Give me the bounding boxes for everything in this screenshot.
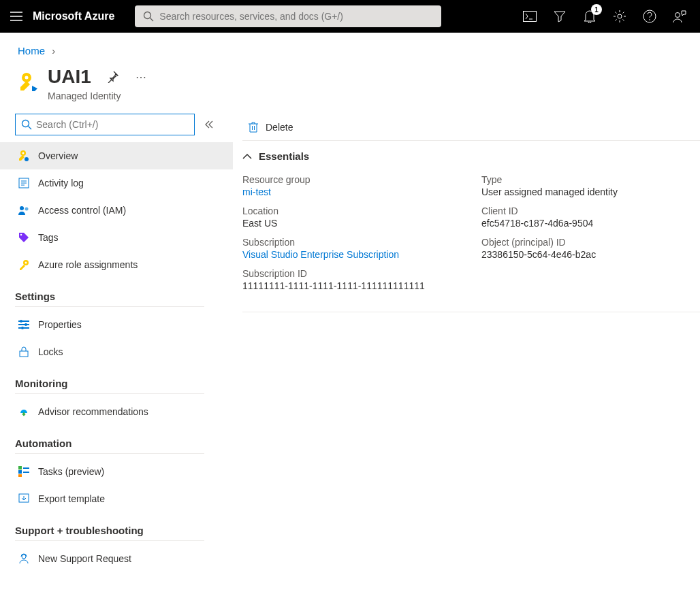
- ess-label-clientid: Client ID: [481, 205, 700, 216]
- global-search-input[interactable]: [159, 11, 433, 22]
- tasks-icon: [18, 465, 30, 478]
- svg-point-21: [21, 327, 24, 329]
- svg-point-14: [20, 206, 24, 210]
- brand-label: Microsoft Azure: [33, 10, 135, 22]
- ess-value-rg[interactable]: mi-test: [242, 186, 461, 197]
- key-icon: [18, 150, 30, 162]
- svg-point-18: [25, 262, 27, 264]
- svg-point-7: [25, 76, 29, 80]
- chevron-right-icon: ›: [52, 45, 55, 56]
- settings-button[interactable]: [611, 8, 628, 24]
- ess-value-clientid: efc54718-c187-4d6a-9504: [481, 218, 700, 229]
- sidebar-item-export-template[interactable]: Export template: [15, 485, 229, 512]
- sidebar-item-overview[interactable]: Overview: [0, 142, 233, 169]
- sidebar-item-label: Azure role assignments: [38, 259, 138, 270]
- sidebar-item-properties[interactable]: Properties: [15, 311, 229, 338]
- ess-label-subid: Subscription ID: [242, 268, 461, 279]
- svg-rect-1: [524, 12, 537, 22]
- svg-point-19: [20, 320, 22, 323]
- svg-point-20: [25, 323, 27, 326]
- sidebar-item-label: Tasks (preview): [38, 466, 104, 477]
- feedback-button[interactable]: [671, 8, 688, 24]
- sidebar-item-label: Properties: [38, 319, 82, 330]
- cloud-shell-button[interactable]: [522, 8, 538, 24]
- more-button[interactable]: ⋯: [136, 71, 146, 84]
- global-search[interactable]: [135, 5, 441, 27]
- sidebar-search-input[interactable]: [36, 119, 189, 130]
- sidebar-section-monitoring: Monitoring: [15, 378, 204, 394]
- sidebar-item-role-assignments[interactable]: Azure role assignments: [15, 251, 229, 278]
- svg-point-9: [22, 120, 29, 127]
- notifications-button[interactable]: 1: [582, 8, 598, 24]
- sidebar-section-automation: Automation: [15, 438, 204, 454]
- key-yellow-icon: [18, 259, 30, 271]
- lock-icon: [18, 346, 30, 358]
- essentials-heading: Essentials: [259, 150, 309, 162]
- notification-badge: 1: [591, 4, 602, 15]
- properties-icon: [18, 318, 30, 331]
- collapse-sidebar-button[interactable]: [204, 120, 214, 129]
- gear-icon: [613, 10, 626, 23]
- svg-rect-23: [18, 466, 22, 470]
- svg-point-15: [25, 208, 29, 211]
- person-feedback-icon: [673, 10, 686, 23]
- sidebar-item-activity-log[interactable]: Activity log: [15, 169, 229, 197]
- support-person-icon: [18, 553, 30, 565]
- pin-icon: [106, 71, 118, 83]
- svg-rect-22: [20, 351, 28, 357]
- page-title: UAI1: [48, 66, 91, 88]
- sidebar-section-support: Support + troubleshooting: [15, 525, 204, 541]
- svg-point-5: [675, 13, 680, 18]
- sidebar-search[interactable]: [15, 114, 195, 135]
- menu-button[interactable]: [0, 12, 33, 21]
- sidebar-item-locks[interactable]: Locks: [15, 338, 229, 365]
- breadcrumb-home[interactable]: Home: [18, 45, 45, 56]
- svg-point-4: [649, 19, 650, 20]
- pin-button[interactable]: [106, 71, 118, 83]
- svg-point-11: [22, 152, 25, 154]
- sidebar-item-label: Access control (IAM): [38, 205, 126, 216]
- svg-point-2: [618, 14, 622, 18]
- sidebar-item-support-request[interactable]: New Support Request: [15, 545, 229, 572]
- ess-label-rg: Resource group: [242, 174, 461, 185]
- ess-value-subscription[interactable]: Visual Studio Enterprise Subscription: [242, 249, 461, 260]
- sidebar-item-label: Export template: [38, 493, 105, 504]
- ess-value-objectid: 23386150-5c64-4e46-b2ac: [481, 249, 700, 260]
- svg-rect-27: [18, 474, 22, 477]
- sidebar-item-advisor[interactable]: Advisor recommendations: [15, 398, 229, 425]
- cloud-shell-icon: [523, 11, 537, 22]
- hamburger-icon: [10, 12, 22, 21]
- sidebar-item-label: New Support Request: [38, 553, 131, 564]
- delete-button[interactable]: Delete: [242, 121, 298, 133]
- svg-point-29: [22, 555, 26, 559]
- svg-rect-24: [23, 467, 29, 469]
- page-subtitle: Managed Identity: [48, 91, 146, 101]
- sidebar-item-iam[interactable]: Access control (IAM): [15, 197, 229, 224]
- help-icon: [643, 10, 656, 23]
- tag-icon: [18, 231, 30, 244]
- sidebar-item-tasks[interactable]: Tasks (preview): [15, 458, 229, 485]
- chevron-up-icon: [242, 153, 252, 160]
- svg-rect-25: [18, 470, 22, 474]
- filter-icon: [554, 10, 566, 22]
- export-icon: [18, 493, 30, 505]
- svg-point-12: [25, 157, 29, 161]
- filter-button[interactable]: [552, 8, 568, 24]
- search-icon: [143, 11, 154, 22]
- trash-icon: [248, 121, 259, 133]
- ess-value-type: User assigned managed identity: [481, 186, 700, 197]
- breadcrumb: Home ›: [0, 33, 700, 56]
- svg-rect-26: [23, 472, 29, 473]
- activity-log-icon: [18, 177, 30, 189]
- help-button[interactable]: [641, 8, 658, 24]
- ess-value-subid: 11111111-1111-1111-1111-111111111111: [242, 280, 461, 291]
- svg-point-16: [20, 234, 22, 236]
- svg-point-0: [144, 12, 151, 19]
- resource-key-icon: [16, 70, 41, 95]
- sidebar-item-label: Tags: [38, 232, 59, 243]
- sidebar-section-settings: Settings: [15, 291, 204, 307]
- double-chevron-left-icon: [204, 120, 214, 129]
- essentials-toggle[interactable]: Essentials: [242, 150, 700, 162]
- sidebar-item-tags[interactable]: Tags: [15, 224, 229, 251]
- advisor-icon: [18, 406, 30, 418]
